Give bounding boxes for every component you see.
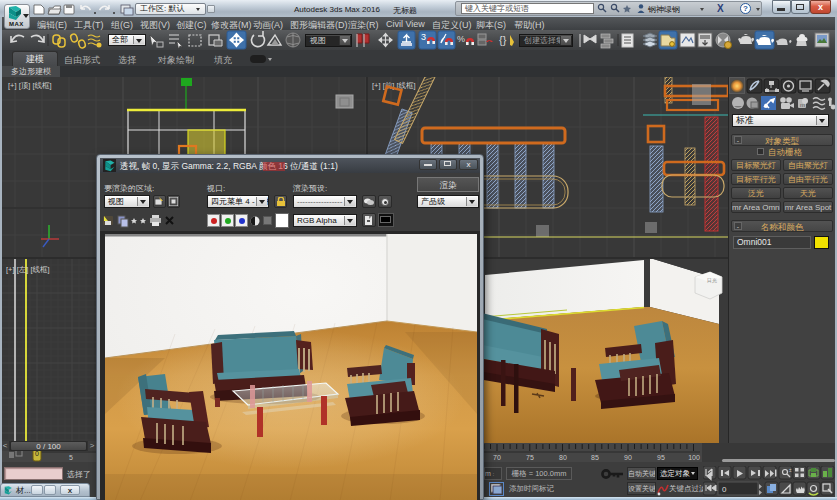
svg-text:95: 95	[657, 454, 665, 461]
svg-text:[+] [顶] [线框]: [+] [顶] [线框]	[8, 81, 52, 90]
svg-text:100: 100	[688, 454, 700, 461]
svg-text:90: 90	[624, 454, 632, 461]
svg-text:日光: 日光	[707, 277, 717, 284]
svg-text:3: 3	[421, 32, 426, 42]
svg-text:70: 70	[493, 454, 501, 461]
svg-text:0: 0	[35, 450, 39, 457]
svg-text:%: %	[457, 34, 465, 44]
svg-text:m: m	[800, 102, 805, 108]
svg-text:[+] [左] [线框]: [+] [左] [线框]	[6, 265, 50, 274]
svg-text:{}: {}	[499, 34, 507, 46]
svg-text:85: 85	[591, 454, 599, 461]
svg-text:5: 5	[69, 454, 73, 461]
svg-text:75: 75	[526, 454, 534, 461]
svg-text:80: 80	[559, 454, 567, 461]
svg-text:0: 0	[722, 485, 727, 494]
